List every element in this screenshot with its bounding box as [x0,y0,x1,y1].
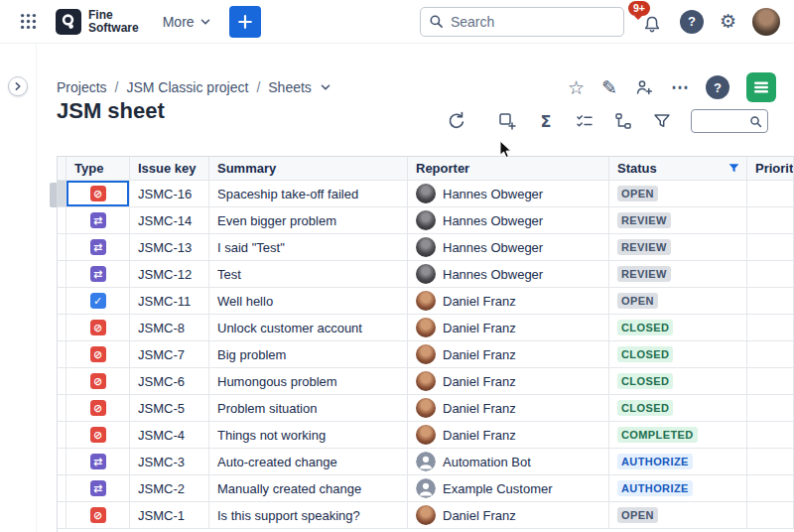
type-cell[interactable]: ⇄ [66,261,130,288]
filter-icon[interactable] [652,111,672,131]
summary-cell[interactable]: Is this support speaking? [209,502,408,529]
summary-cell[interactable]: Spaceship take-off failed [209,181,408,207]
user-avatar[interactable] [752,8,780,36]
reporter-cell[interactable]: Example Customer [408,475,609,502]
issue-key-cell[interactable]: JSMC-4 [130,422,209,449]
row-handle-cell[interactable] [58,261,66,288]
type-cell[interactable]: ✓ [66,288,130,315]
sheet-search-input[interactable] [697,114,745,128]
global-search[interactable] [420,7,624,37]
type-cell[interactable]: ⇄ [66,234,130,261]
type-cell[interactable]: ⊘ [66,502,130,529]
row-handle-cell[interactable] [58,368,66,395]
reporter-cell[interactable]: Hannes Obweger [408,234,609,261]
reporter-cell[interactable]: Hannes Obweger [408,181,609,207]
issue-key-cell[interactable]: JSMC-11 [130,288,209,315]
checklist-icon[interactable] [575,111,595,131]
summary-cell[interactable]: Test [209,261,408,288]
row-handle-cell[interactable] [58,207,66,234]
status-cell[interactable]: CLOSED [609,341,747,368]
priority-cell[interactable] [747,181,794,207]
notifications-button[interactable]: 9+ [640,9,664,35]
refresh-icon[interactable] [447,111,466,131]
status-cell[interactable]: COMPLETED [609,422,747,449]
priority-cell[interactable] [747,234,794,261]
issue-key-cell[interactable]: JSMC-1 [130,502,209,529]
issue-key-cell[interactable]: JSMC-13 [130,234,209,261]
status-cell[interactable]: CLOSED [609,395,747,422]
add-view-icon[interactable] [497,111,517,131]
issue-key-cell[interactable]: JSMC-2 [130,475,209,502]
reporter-cell[interactable]: Automation Bot [408,449,609,475]
summary-cell[interactable]: Humongous problem [209,368,408,395]
priority-cell[interactable] [747,502,794,529]
priority-cell[interactable] [747,422,794,449]
row-handle-cell[interactable] [58,502,66,529]
favorite-star-icon[interactable]: ☆ [568,78,585,97]
issue-key-cell[interactable]: JSMC-5 [130,395,209,422]
row-handle-cell[interactable] [58,315,66,341]
priority-cell[interactable] [747,261,794,288]
row-handle-cell[interactable] [58,395,66,422]
summary-cell[interactable]: Things not working [209,422,408,449]
type-cell[interactable]: ⊘ [66,395,130,422]
type-cell[interactable]: ⊘ [66,341,130,368]
priority-cell[interactable] [747,288,794,315]
reporter-cell[interactable]: Daniel Franz [408,341,609,368]
summary-cell[interactable]: Big problem [209,341,408,368]
reporter-cell[interactable]: Daniel Franz [408,395,609,422]
help-button[interactable]: ? [680,10,704,34]
breadcrumb-sheets[interactable]: Sheets [268,79,312,95]
issue-key-cell[interactable]: JSMC-7 [130,341,209,368]
priority-cell[interactable] [747,315,794,341]
summary-cell[interactable]: Unlock customer account [209,315,408,341]
status-cell[interactable]: OPEN [609,181,747,207]
edit-pencil-icon[interactable]: ✎ [601,78,617,97]
header-status[interactable]: Status [609,157,747,181]
sheet-help-button[interactable]: ? [706,75,729,99]
chevron-down-icon[interactable] [320,81,331,93]
more-options-icon[interactable]: ⋯ [671,76,689,98]
header-reporter[interactable]: Reporter [408,157,609,181]
row-drag-handle[interactable] [50,183,57,207]
issue-key-cell[interactable]: JSMC-3 [130,449,209,475]
status-cell[interactable]: REVIEW [609,234,747,261]
reporter-cell[interactable]: Daniel Franz [408,422,609,449]
issue-key-cell[interactable]: JSMC-16 [130,181,209,207]
breadcrumb-project[interactable]: JSM Classic project [126,79,248,95]
reporter-cell[interactable]: Daniel Franz [408,368,609,395]
summary-cell[interactable]: Even bigger problem [209,207,408,234]
reporter-cell[interactable]: Hannes Obweger [408,261,609,288]
priority-cell[interactable] [747,341,794,368]
header-type[interactable]: Type [66,157,130,181]
row-handle-cell[interactable] [58,422,66,449]
status-cell[interactable]: REVIEW [609,261,747,288]
reporter-cell[interactable]: Daniel Franz [408,288,609,315]
summary-cell[interactable]: Problem situation [209,395,408,422]
type-cell[interactable]: ⊘ [66,315,130,341]
row-handle-cell[interactable] [58,288,66,315]
status-cell[interactable]: OPEN [609,502,747,529]
header-priority[interactable]: Priority [747,157,794,181]
status-cell[interactable]: OPEN [609,288,747,315]
type-cell[interactable]: ⊘ [66,181,130,207]
create-button[interactable] [229,6,261,38]
header-issue-key[interactable]: Issue key [130,157,209,181]
type-cell[interactable]: ⇄ [66,449,130,475]
reporter-cell[interactable]: Hannes Obweger [408,207,609,234]
status-cell[interactable]: CLOSED [609,368,747,395]
more-menu-button[interactable]: More [163,14,211,30]
priority-cell[interactable] [747,449,794,475]
priority-cell[interactable] [747,475,794,502]
status-cell[interactable]: AUTHORIZE [609,475,747,502]
issue-key-cell[interactable]: JSMC-8 [130,315,209,341]
row-handle-cell[interactable] [58,449,66,475]
priority-cell[interactable] [747,207,794,234]
summary-cell[interactable]: I said "Test" [209,234,408,261]
type-cell[interactable]: ⊘ [66,368,130,395]
status-cell[interactable]: AUTHORIZE [609,449,747,475]
row-handle-cell[interactable] [58,181,66,207]
sheets-app-icon[interactable] [746,72,776,102]
app-switcher-button[interactable] [14,8,42,36]
sum-icon[interactable]: Σ [536,111,556,131]
